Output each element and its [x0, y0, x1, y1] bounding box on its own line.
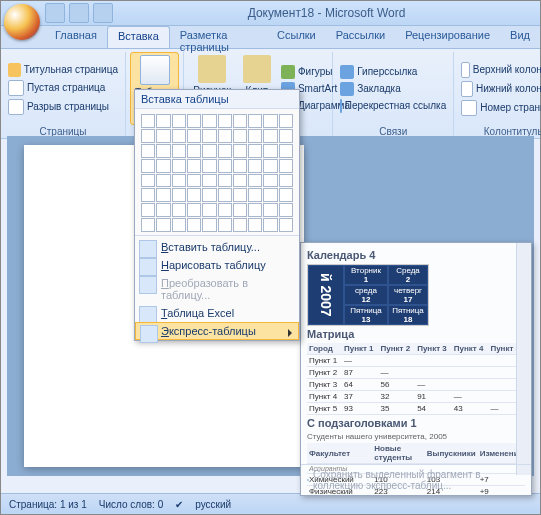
grid-cell[interactable] — [279, 144, 293, 158]
grid-cell[interactable] — [233, 174, 247, 188]
grid-cell[interactable] — [202, 129, 216, 143]
grid-cell[interactable] — [233, 218, 247, 232]
grid-cell[interactable] — [141, 159, 155, 173]
grid-cell[interactable] — [263, 159, 277, 173]
grid-cell[interactable] — [156, 144, 170, 158]
hyperlink-button[interactable]: Гиперссылка — [337, 64, 449, 80]
grid-cell[interactable] — [279, 114, 293, 128]
menu-item[interactable]: Вставить таблицу... — [135, 238, 299, 256]
header-button[interactable]: Верхний колонтитул — [458, 61, 541, 79]
gallery-scrollbar[interactable] — [516, 243, 531, 475]
grid-cell[interactable] — [172, 129, 186, 143]
grid-cell[interactable] — [202, 144, 216, 158]
bookmark-button[interactable]: Закладка — [337, 81, 449, 97]
grid-cell[interactable] — [202, 114, 216, 128]
grid-cell[interactable] — [263, 129, 277, 143]
tab-insert[interactable]: Вставка — [107, 26, 170, 48]
grid-cell[interactable] — [172, 218, 186, 232]
tab-view[interactable]: Вид — [500, 26, 540, 48]
grid-cell[interactable] — [263, 114, 277, 128]
grid-cell[interactable] — [187, 203, 201, 217]
qat-redo-icon[interactable] — [93, 3, 113, 23]
qat-undo-icon[interactable] — [69, 3, 89, 23]
grid-cell[interactable] — [279, 159, 293, 173]
tab-page-layout[interactable]: Разметка страницы — [170, 26, 267, 48]
grid-cell[interactable] — [187, 159, 201, 173]
grid-cell[interactable] — [172, 159, 186, 173]
grid-cell[interactable] — [172, 144, 186, 158]
grid-cell[interactable] — [202, 218, 216, 232]
grid-cell[interactable] — [233, 159, 247, 173]
grid-cell[interactable] — [248, 174, 262, 188]
gallery-item-sub1[interactable]: С подзаголовками 1 — [307, 417, 525, 429]
grid-cell[interactable] — [156, 174, 170, 188]
grid-cell[interactable] — [218, 129, 232, 143]
grid-cell[interactable] — [156, 203, 170, 217]
grid-cell[interactable] — [263, 203, 277, 217]
cover-page-button[interactable]: Титульная страница — [5, 62, 121, 78]
grid-cell[interactable] — [141, 174, 155, 188]
page-break-button[interactable]: Разрыв страницы — [5, 98, 121, 116]
grid-cell[interactable] — [248, 218, 262, 232]
tab-home[interactable]: Главная — [45, 26, 107, 48]
grid-cell[interactable] — [263, 218, 277, 232]
grid-cell[interactable] — [172, 188, 186, 202]
grid-cell[interactable] — [202, 159, 216, 173]
menu-item[interactable]: Экспресс-таблицы — [135, 322, 299, 340]
grid-cell[interactable] — [156, 114, 170, 128]
grid-cell[interactable] — [233, 129, 247, 143]
grid-cell[interactable] — [248, 203, 262, 217]
grid-cell[interactable] — [156, 188, 170, 202]
grid-cell[interactable] — [172, 174, 186, 188]
grid-cell[interactable] — [141, 114, 155, 128]
office-button[interactable] — [4, 4, 40, 40]
grid-cell[interactable] — [279, 188, 293, 202]
page-number-button[interactable]: Номер страницы — [458, 99, 541, 117]
grid-cell[interactable] — [141, 144, 155, 158]
grid-cell[interactable] — [187, 218, 201, 232]
menu-item[interactable]: Таблица Excel — [135, 304, 299, 322]
grid-cell[interactable] — [218, 159, 232, 173]
calendar-preview[interactable]: й 2007 Вторник1 Среда2 среда12 четверг17… — [307, 264, 429, 326]
grid-cell[interactable] — [279, 203, 293, 217]
crossref-button[interactable]: Перекрестная ссылка — [337, 98, 449, 114]
grid-cell[interactable] — [248, 114, 262, 128]
status-page[interactable]: Страница: 1 из 1 — [9, 499, 87, 510]
grid-cell[interactable] — [156, 218, 170, 232]
grid-cell[interactable] — [233, 188, 247, 202]
grid-cell[interactable] — [233, 144, 247, 158]
grid-cell[interactable] — [156, 159, 170, 173]
grid-cell[interactable] — [218, 203, 232, 217]
tab-review[interactable]: Рецензирование — [395, 26, 500, 48]
tab-mailings[interactable]: Рассылки — [326, 26, 395, 48]
grid-cell[interactable] — [156, 129, 170, 143]
grid-cell[interactable] — [279, 129, 293, 143]
footer-button[interactable]: Нижний колонтитул — [458, 80, 541, 98]
grid-cell[interactable] — [202, 174, 216, 188]
grid-cell[interactable] — [141, 218, 155, 232]
grid-cell[interactable] — [218, 174, 232, 188]
grid-cell[interactable] — [218, 114, 232, 128]
grid-cell[interactable] — [187, 174, 201, 188]
grid-cell[interactable] — [248, 144, 262, 158]
grid-cell[interactable] — [172, 114, 186, 128]
grid-cell[interactable] — [263, 174, 277, 188]
grid-cell[interactable] — [248, 188, 262, 202]
grid-cell[interactable] — [279, 218, 293, 232]
proofing-icon[interactable]: ✔ — [175, 499, 183, 510]
grid-cell[interactable] — [187, 144, 201, 158]
grid-cell[interactable] — [202, 203, 216, 217]
gallery-item-calendar4[interactable]: Календарь 4 — [307, 249, 525, 261]
grid-cell[interactable] — [233, 203, 247, 217]
grid-cell[interactable] — [248, 159, 262, 173]
status-words[interactable]: Число слов: 0 — [99, 499, 163, 510]
grid-cell[interactable] — [187, 129, 201, 143]
grid-cell[interactable] — [141, 203, 155, 217]
grid-cell[interactable] — [218, 144, 232, 158]
grid-cell[interactable] — [263, 188, 277, 202]
gallery-item-matrix[interactable]: Матрица — [307, 328, 525, 340]
grid-cell[interactable] — [233, 114, 247, 128]
status-language[interactable]: русский — [195, 499, 231, 510]
tab-references[interactable]: Ссылки — [267, 26, 326, 48]
grid-cell[interactable] — [187, 114, 201, 128]
